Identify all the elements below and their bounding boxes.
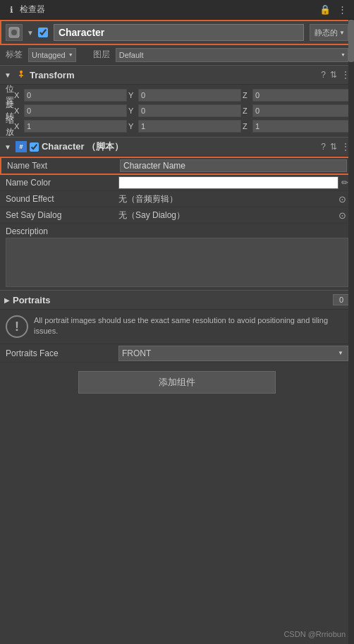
top-bar: ℹ 检查器 🔒 ⋮ bbox=[0, 0, 354, 20]
position-row: 位置 X Y Z bbox=[0, 87, 354, 103]
rot-x-field: X bbox=[14, 104, 127, 117]
scale-label: 缩放 bbox=[6, 114, 14, 138]
name-text-row: Name Text bbox=[0, 157, 354, 175]
sound-effect-text: 无（音频剪辑） bbox=[118, 193, 336, 205]
object-active-checkbox[interactable] bbox=[38, 28, 48, 37]
rot-y-input[interactable] bbox=[138, 104, 241, 117]
rot-x-input[interactable] bbox=[24, 104, 127, 117]
transform-section: 位置 X Y Z 旋转 X Y bbox=[0, 85, 354, 137]
character-script-title: Character （脚本） bbox=[42, 140, 318, 153]
rot-z-field: Z bbox=[243, 104, 354, 117]
info-icon: ! bbox=[6, 315, 28, 338]
lock-button[interactable]: 🔒 bbox=[319, 4, 331, 16]
sca-x-field: X bbox=[14, 120, 127, 133]
scrollbar[interactable] bbox=[348, 20, 354, 644]
description-label: Description bbox=[6, 226, 348, 236]
transform-title: Transform bbox=[30, 70, 318, 80]
footer: CSDN @Rrriobun bbox=[283, 630, 346, 638]
inspector-title: 检查器 bbox=[20, 4, 319, 16]
layer-select[interactable]: Default bbox=[116, 48, 348, 62]
sound-effect-value-area: 无（音频剪辑） ⊙ bbox=[118, 193, 348, 205]
pos-z-field: Z bbox=[243, 89, 354, 102]
pos-x-input[interactable] bbox=[24, 89, 127, 102]
sca-y-field: Y bbox=[128, 120, 241, 133]
say-dialog-text: 无（Say Dialog） bbox=[118, 209, 336, 221]
pos-y-field: Y bbox=[128, 89, 241, 102]
info-text: All portrait images should use the exact… bbox=[34, 315, 348, 337]
transform-section-header[interactable]: ▼ Transform ? ⇅ ⋮ bbox=[0, 65, 354, 85]
pos-x-field: X bbox=[14, 89, 127, 102]
character-arrow: ▼ bbox=[4, 143, 11, 151]
info-box: ! All portrait images should use the exa… bbox=[0, 310, 354, 344]
name-text-label: Name Text bbox=[7, 161, 120, 171]
sca-x-input[interactable] bbox=[24, 120, 127, 133]
object-header: ▼ 静态的 bbox=[0, 20, 354, 45]
sca-z-field: Z bbox=[243, 120, 354, 133]
layer-label: 图层 bbox=[93, 49, 110, 61]
object-type-icon bbox=[6, 24, 23, 41]
rotation-row: 旋转 X Y Z bbox=[0, 103, 354, 119]
description-row: Description bbox=[0, 224, 354, 290]
add-component-button[interactable]: 添加组件 bbox=[78, 371, 276, 394]
menu-button[interactable]: ⋮ bbox=[336, 4, 348, 16]
character-help-btn[interactable]: ? bbox=[321, 142, 326, 152]
sound-effect-picker-btn[interactable]: ⊙ bbox=[336, 193, 348, 205]
transform-actions: ? ⇅ ⋮ bbox=[321, 70, 350, 80]
name-color-swatch[interactable] bbox=[118, 176, 338, 189]
character-section-header: ▼ # Character （脚本） ? ⇅ ⋮ bbox=[0, 137, 354, 157]
set-say-dialog-label: Set Say Dialog bbox=[6, 210, 118, 220]
name-color-label: Name Color bbox=[6, 178, 118, 188]
portraits-face-label: Portraits Face bbox=[6, 348, 118, 358]
pos-y-input[interactable] bbox=[138, 89, 241, 102]
pos-z-input[interactable] bbox=[252, 89, 354, 102]
character-properties: Name Text Name Color ✏ Sound Effect 无（音频… bbox=[0, 157, 354, 290]
portraits-face-select[interactable]: FRONT bbox=[118, 346, 348, 361]
transform-settings-btn[interactable]: ⇅ bbox=[330, 70, 337, 80]
sound-effect-label: Sound Effect bbox=[6, 194, 118, 204]
add-component-area: 添加组件 bbox=[0, 363, 354, 402]
transform-icon bbox=[16, 69, 27, 80]
svg-point-2 bbox=[20, 71, 23, 73]
say-dialog-value-area: 无（Say Dialog） ⊙ bbox=[118, 209, 348, 221]
tag-select[interactable]: Untagged bbox=[28, 48, 76, 62]
object-name-input[interactable] bbox=[54, 24, 304, 41]
name-text-input[interactable] bbox=[120, 159, 347, 172]
footer-text: CSDN @Rrriobun bbox=[283, 630, 346, 638]
color-picker-icon[interactable]: ✏ bbox=[341, 178, 348, 188]
sca-z-input[interactable] bbox=[252, 120, 354, 133]
sca-y-input[interactable] bbox=[138, 120, 241, 133]
scale-row: 缩放 X Y Z bbox=[0, 119, 354, 134]
portraits-arrow: ▶ bbox=[4, 296, 10, 304]
static-dropdown[interactable]: 静态的 bbox=[310, 24, 348, 41]
character-actions: ? ⇅ ⋮ bbox=[321, 142, 350, 152]
expand-arrow[interactable]: ▼ bbox=[27, 29, 34, 37]
portraits-face-row: Portraits Face FRONT bbox=[0, 344, 354, 363]
transform-help-btn[interactable]: ? bbox=[321, 70, 326, 80]
say-dialog-picker-btn[interactable]: ⊙ bbox=[336, 209, 348, 221]
script-icon: # bbox=[16, 141, 27, 152]
top-bar-actions: 🔒 ⋮ bbox=[319, 4, 348, 16]
tag-label: 标签 bbox=[6, 49, 23, 61]
character-active-checkbox[interactable] bbox=[30, 142, 39, 152]
set-say-dialog-row: Set Say Dialog 无（Say Dialog） ⊙ bbox=[0, 207, 354, 224]
scrollbar-thumb[interactable] bbox=[348, 20, 354, 62]
name-color-row: Name Color ✏ bbox=[0, 175, 354, 191]
character-settings-btn[interactable]: ⇅ bbox=[330, 142, 337, 152]
sound-effect-row: Sound Effect 无（音频剪辑） ⊙ bbox=[0, 191, 354, 207]
transform-arrow: ▼ bbox=[4, 71, 11, 79]
rot-y-field: Y bbox=[128, 104, 241, 117]
description-textarea[interactable] bbox=[6, 238, 348, 287]
svg-point-1 bbox=[11, 30, 17, 35]
tag-layer-row: 标签 Untagged 图层 Default bbox=[0, 45, 354, 65]
inspector-icon: ℹ bbox=[6, 4, 17, 16]
portraits-count: 0 bbox=[333, 294, 350, 305]
portraits-title: Portraits bbox=[13, 295, 330, 305]
rot-z-input[interactable] bbox=[252, 104, 354, 117]
portraits-section-header[interactable]: ▶ Portraits 0 bbox=[0, 290, 354, 310]
